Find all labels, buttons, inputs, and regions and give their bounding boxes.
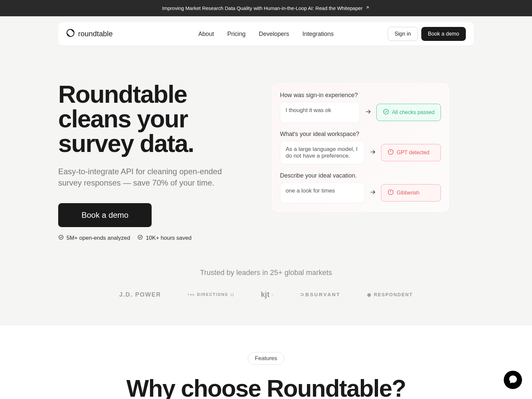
demo-response: As a large language model, I do not have… (280, 141, 364, 164)
demo-question: Describe your ideal vacation. (280, 172, 441, 179)
demo-card: How was sign-in experience? I thought it… (271, 82, 450, 213)
alert-circle-icon (387, 149, 394, 157)
demo-flow: one a look for times Gibberish (280, 183, 441, 203)
nav-link-pricing[interactable]: Pricing (227, 31, 245, 38)
partner-logo-respondent: ◉ RESPONDENT (367, 292, 413, 297)
stat-text: 5M+ open-ends analyzed (66, 235, 130, 241)
partner-logo-kjt: kjt○ (261, 290, 274, 299)
roundtable-logo-icon (66, 29, 75, 39)
demo-question: What's your ideal workspace? (280, 131, 441, 138)
partner-logos: J.D. POWER THE DIRECTIONS ⟩⟩ kjt○ ⊃BSURV… (58, 290, 474, 299)
demo-result-fail: Gibberish (381, 184, 441, 201)
demo-row: What's your ideal workspace? As a large … (280, 131, 441, 164)
features-section: Features Why choose Roundtable? AI-assis… (0, 326, 532, 399)
nav-link-developers[interactable]: Developers (259, 31, 289, 38)
hero-section: Roundtable cleans your survey data. Easy… (58, 82, 474, 242)
nav-actions: Sign in Book a demo (388, 27, 466, 41)
hero-stats: 5M+ open-ends analyzed 10K+ hours saved (58, 234, 258, 242)
stat-text: 10K+ hours saved (146, 235, 192, 241)
features-badge: Features (248, 352, 284, 365)
nav-link-integrations[interactable]: Integrations (303, 31, 334, 38)
demo-result-pass: All checks passed (376, 104, 441, 121)
result-text: GPT detected (397, 150, 429, 156)
check-circle-icon (58, 234, 64, 242)
stat-hours: 10K+ hours saved (137, 234, 192, 242)
hero-content: Roundtable cleans your survey data. Easy… (58, 82, 258, 242)
arrow-right-icon (369, 148, 376, 157)
alert-circle-icon (387, 189, 394, 197)
demo-flow: As a large language model, I do not have… (280, 141, 441, 164)
demo-result-fail: GPT detected (381, 144, 441, 161)
partner-logo-jdpower: J.D. POWER (119, 291, 161, 298)
partner-logo-obsurvant: ⊃BSURVANT (300, 292, 340, 298)
book-demo-hero-button[interactable]: Book a demo (58, 203, 152, 227)
trusted-text: Trusted by leaders in 25+ global markets (58, 268, 474, 277)
partner-logo-directions: THE DIRECTIONS ⟩⟩ (188, 292, 234, 297)
result-text: Gibberish (397, 190, 419, 196)
demo-flow: I thought it was ok All checks passed (280, 102, 441, 123)
nav-links: About Pricing Developers Integrations (198, 31, 333, 38)
announcement-bar[interactable]: Improving Market Research Data Quality w… (0, 0, 532, 16)
result-text: All checks passed (392, 109, 435, 115)
trusted-section: Trusted by leaders in 25+ global markets… (58, 268, 474, 299)
demo-question: How was sign-in experience? (280, 92, 441, 99)
announcement-text: Improving Market Research Data Quality w… (162, 5, 363, 11)
signin-button[interactable]: Sign in (388, 27, 418, 41)
demo-response: I thought it was ok (280, 102, 360, 123)
hero-subtitle: Easy-to-integrate API for cleaning open-… (58, 166, 238, 188)
main-nav: roundtable About Pricing Developers Inte… (58, 22, 474, 46)
hero-title: Roundtable cleans your survey data. (58, 82, 258, 156)
demo-row: How was sign-in experience? I thought it… (280, 92, 441, 123)
arrow-up-right-icon (365, 5, 370, 11)
arrow-right-icon (369, 189, 376, 197)
respondent-icon: ◉ (367, 292, 372, 297)
chat-widget-button[interactable] (504, 371, 522, 389)
check-circle-icon (137, 234, 143, 242)
nav-link-about[interactable]: About (198, 31, 214, 38)
features-title: Why choose Roundtable? (0, 375, 532, 399)
check-circle-icon (383, 108, 389, 116)
arrow-right-icon (364, 108, 372, 117)
demo-row: Describe your ideal vacation. one a look… (280, 172, 441, 203)
demo-response: one a look for times (280, 183, 364, 203)
chat-icon (508, 375, 518, 385)
logo[interactable]: roundtable (66, 29, 113, 39)
brand-name: roundtable (78, 30, 113, 38)
book-demo-nav-button[interactable]: Book a demo (421, 27, 466, 41)
stat-analyzed: 5M+ open-ends analyzed (58, 234, 130, 242)
